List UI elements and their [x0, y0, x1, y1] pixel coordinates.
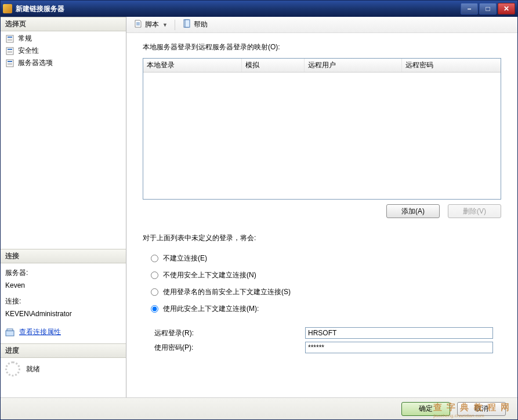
ok-button[interactable]: 确定	[401, 402, 450, 416]
remote-login-input[interactable]	[305, 327, 493, 339]
radio-label: 不建立连接(E)	[163, 254, 207, 263]
svg-rect-15	[185, 20, 190, 27]
svg-rect-3	[8, 40, 12, 41]
radio-this-security[interactable]: 使用此安全上下文建立连接(M):	[151, 300, 501, 317]
progress-header: 进度	[1, 343, 126, 358]
spinner-icon	[5, 361, 20, 376]
mapping-label: 本地服务器登录到远程服务器登录的映射(O):	[143, 42, 501, 52]
content-body: 本地服务器登录到远程服务器登录的映射(O): 本地登录 模拟 远程用户 远程密码…	[126, 33, 517, 397]
radio-label: 使用此安全上下文建立连接(M):	[163, 304, 259, 314]
sidebar-page-security[interactable]: 安全性	[1, 45, 126, 57]
radio-current-security-input[interactable]	[151, 288, 158, 296]
radio-label: 使用登录名的当前安全上下文建立连接(S)	[163, 287, 291, 297]
svg-rect-6	[8, 51, 12, 52]
col-remote-password[interactable]: 远程密码	[402, 59, 501, 72]
svg-rect-2	[8, 39, 12, 39]
svg-rect-9	[8, 61, 12, 62]
radio-without-security[interactable]: 不使用安全上下文建立连接(N)	[151, 267, 501, 284]
with-password-input[interactable]	[305, 342, 493, 353]
svg-rect-11	[8, 64, 12, 65]
radio-label: 不使用安全上下文建立连接(N)	[163, 270, 256, 280]
svg-rect-12	[6, 331, 14, 336]
properties-icon	[5, 328, 15, 337]
dialog-body: 选择页 常规 安全性 服务	[1, 17, 517, 397]
connection-info: 服务器: Keven 连接: KEVEN\Administrator 查看连接属…	[1, 263, 126, 343]
grid-button-row: 添加(A) 删除(V)	[143, 204, 501, 218]
titlebar: 新建链接服务器 – □ ✕	[1, 1, 517, 17]
script-button[interactable]: 脚本 ▼	[131, 18, 170, 31]
radio-not-be-made-input[interactable]	[151, 255, 158, 262]
radio-this-security-input[interactable]	[151, 305, 158, 313]
select-page-header: 选择页	[1, 17, 126, 31]
grid-header: 本地登录 模拟 远程用户 远程密码	[143, 59, 501, 73]
content: 脚本 ▼ 帮助 本地服务器登录到远程服务器登录的映射(O): 本地登录 模拟	[126, 17, 517, 397]
svg-rect-1	[8, 37, 12, 38]
help-label: 帮助	[194, 20, 208, 30]
sidebar-page-general[interactable]: 常规	[1, 32, 126, 45]
connection-label: 连接:	[5, 295, 121, 308]
minimize-button[interactable]: –	[461, 3, 478, 15]
cancel-button[interactable]: 取消	[457, 402, 506, 416]
window-title: 新建链接服务器	[16, 4, 461, 14]
mapping-grid[interactable]: 本地登录 模拟 远程用户 远程密码	[143, 58, 501, 200]
connection-value: KEVEN\Administrator	[5, 308, 121, 321]
server-value: Keven	[5, 280, 121, 292]
window: 新建链接服务器 – □ ✕ 选择页 常规 安全性	[0, 0, 518, 420]
progress-area: 就绪	[1, 358, 126, 380]
add-button[interactable]: 添加(A)	[386, 204, 440, 218]
col-impersonate[interactable]: 模拟	[242, 59, 305, 72]
toolbar: 脚本 ▼ 帮助	[126, 17, 517, 33]
toolbar-separator	[175, 20, 175, 30]
view-connection-properties-link[interactable]: 查看连接属性	[19, 326, 61, 339]
page-icon	[5, 46, 15, 56]
col-remote-user[interactable]: 远程用户	[305, 59, 402, 72]
radio-not-be-made[interactable]: 不建立连接(E)	[151, 250, 501, 267]
security-context-fields: 远程登录(R): 使用密码(P):	[154, 324, 501, 356]
login-behavior-radio-group: 不建立连接(E) 不使用安全上下文建立连接(N) 使用登录名的当前安全上下文建立…	[151, 250, 501, 317]
col-local-login[interactable]: 本地登录	[143, 59, 242, 72]
sidebar: 选择页 常规 安全性 服务	[1, 17, 126, 397]
undefined-logins-label: 对于上面列表中未定义的登录，将会:	[143, 233, 501, 243]
svg-rect-10	[8, 63, 12, 64]
svg-rect-5	[8, 49, 12, 50]
window-buttons: – □ ✕	[461, 3, 515, 15]
maximize-button[interactable]: □	[479, 3, 497, 15]
svg-rect-7	[8, 52, 12, 53]
server-label: 服务器:	[5, 267, 121, 280]
page-icon	[5, 59, 15, 68]
dropdown-arrow-icon: ▼	[162, 22, 168, 28]
close-button[interactable]: ✕	[498, 3, 515, 15]
page-label: 服务器选项	[18, 58, 53, 68]
page-label: 安全性	[18, 46, 39, 56]
app-icon	[3, 4, 12, 13]
help-icon	[182, 19, 191, 30]
radio-current-security[interactable]: 使用登录名的当前安全上下文建立连接(S)	[151, 284, 501, 300]
with-password-label: 使用密码(P):	[154, 343, 305, 353]
page-label: 常规	[18, 34, 32, 44]
delete-button: 删除(V)	[448, 204, 501, 218]
grid-body[interactable]	[143, 73, 501, 199]
connection-header: 连接	[1, 249, 126, 263]
script-label: 脚本	[145, 20, 159, 30]
page-list: 常规 安全性 服务器选项	[1, 31, 126, 70]
page-icon	[5, 34, 15, 44]
sidebar-page-server-options[interactable]: 服务器选项	[1, 57, 126, 69]
help-button[interactable]: 帮助	[180, 18, 210, 31]
radio-without-security-input[interactable]	[151, 271, 158, 279]
footer: 确定 取消 查 字 典 教 程 网 jiaocheng.chazidian.co…	[1, 397, 517, 419]
svg-rect-13	[7, 329, 13, 331]
script-icon	[133, 19, 143, 30]
progress-status: 就绪	[26, 364, 40, 374]
remote-login-label: 远程登录(R):	[154, 328, 305, 338]
